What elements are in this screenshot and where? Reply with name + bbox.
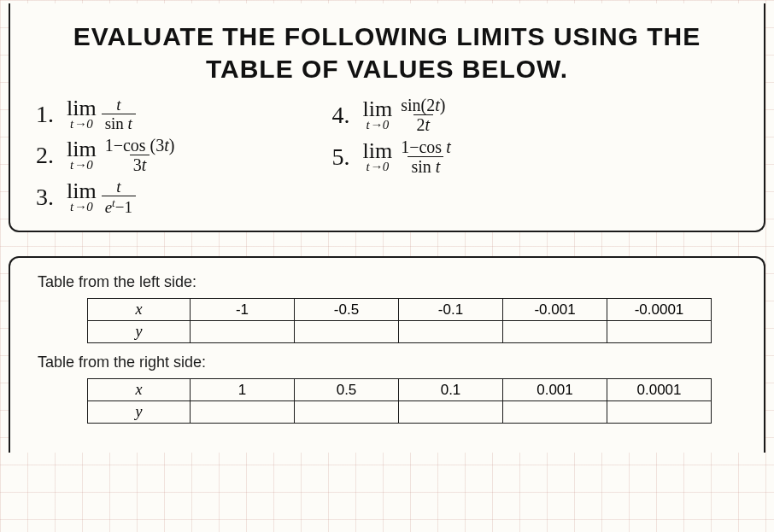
limit-notation: lim t→0 <box>363 98 393 132</box>
right-table: x 1 0.5 0.1 0.001 0.0001 y <box>87 378 712 424</box>
cell <box>295 401 399 424</box>
problems-col-right: 4. lim t→0 sin(2t) 2t 5. lim t→0 1−co <box>332 96 454 215</box>
e-to-t-minus-1: et−1 <box>102 196 136 215</box>
fraction: 1−cos t sin t <box>397 138 454 175</box>
problem-number: 3. <box>36 185 67 209</box>
left-table: x -1 -0.5 -0.1 -0.001 -0.0001 y <box>87 298 712 343</box>
cell <box>607 321 712 343</box>
fraction: sin(2t) 2t <box>397 96 449 133</box>
title-line-2: TABLE OF VALUES BELOW. <box>206 55 568 83</box>
table-row: y <box>88 321 712 343</box>
limit-notation: lim t→0 <box>67 97 97 131</box>
title-line-1: EVALUATE THE FOLLOWING LIMITS USING THE <box>73 22 701 50</box>
problem-5: 5. lim t→0 1−cos t sin t <box>332 138 454 175</box>
tables-panel: Table from the left side: x -1 -0.5 -0.1… <box>9 256 765 453</box>
cell <box>399 401 503 424</box>
problems-panel: EVALUATE THE FOLLOWING LIMITS USING THE … <box>9 3 765 232</box>
page-title: EVALUATE THE FOLLOWING LIMITS USING THE … <box>31 20 743 85</box>
table-row: x 1 0.5 0.1 0.001 0.0001 <box>88 379 712 401</box>
fraction: 1−cos (3t) 3t <box>102 137 179 173</box>
cell: 1 <box>191 379 295 401</box>
cell: -0.1 <box>399 299 503 321</box>
cell <box>191 401 295 424</box>
cell <box>503 401 607 424</box>
row-header-x: x <box>88 299 191 321</box>
limit-notation: lim t→0 <box>363 140 393 173</box>
table-row: x -1 -0.5 -0.1 -0.001 -0.0001 <box>88 299 712 321</box>
right-table-label: Table from the right side: <box>38 354 736 371</box>
problem-3: 3. lim t→0 t et−1 <box>36 178 179 215</box>
cell <box>503 321 607 343</box>
row-header-x: x <box>88 379 191 401</box>
fraction: t et−1 <box>102 178 136 215</box>
cell: -0.0001 <box>607 299 712 321</box>
cell: -0.5 <box>295 299 399 321</box>
cell: 0.0001 <box>607 379 712 401</box>
cell: -1 <box>191 299 295 321</box>
cell <box>607 401 712 424</box>
row-header-y: y <box>88 321 191 343</box>
problem-4: 4. lim t→0 sin(2t) 2t <box>332 96 454 133</box>
table-row: y <box>88 401 712 424</box>
cell: 0.5 <box>295 379 399 401</box>
problems-list: 1. lim t→0 t sin t 2. lim t→0 1−cos ( <box>31 96 743 215</box>
problem-number: 2. <box>36 143 67 167</box>
problem-number: 5. <box>332 145 363 169</box>
cell: 0.1 <box>399 379 503 401</box>
cell: -0.001 <box>503 299 607 321</box>
cell <box>191 321 295 343</box>
limit-notation: lim t→0 <box>67 180 97 213</box>
cell <box>295 321 399 343</box>
row-header-y: y <box>88 401 191 424</box>
fraction: t sin t <box>102 96 136 132</box>
problem-number: 4. <box>332 103 363 127</box>
problems-col-left: 1. lim t→0 t sin t 2. lim t→0 1−cos ( <box>36 96 179 215</box>
left-table-label: Table from the left side: <box>38 273 736 291</box>
problem-1: 1. lim t→0 t sin t <box>36 96 179 132</box>
cell <box>399 321 503 343</box>
limit-notation: lim t→0 <box>67 138 97 172</box>
problem-2: 2. lim t→0 1−cos (3t) 3t <box>36 137 179 173</box>
problem-number: 1. <box>36 102 67 126</box>
cell: 0.001 <box>503 379 607 401</box>
